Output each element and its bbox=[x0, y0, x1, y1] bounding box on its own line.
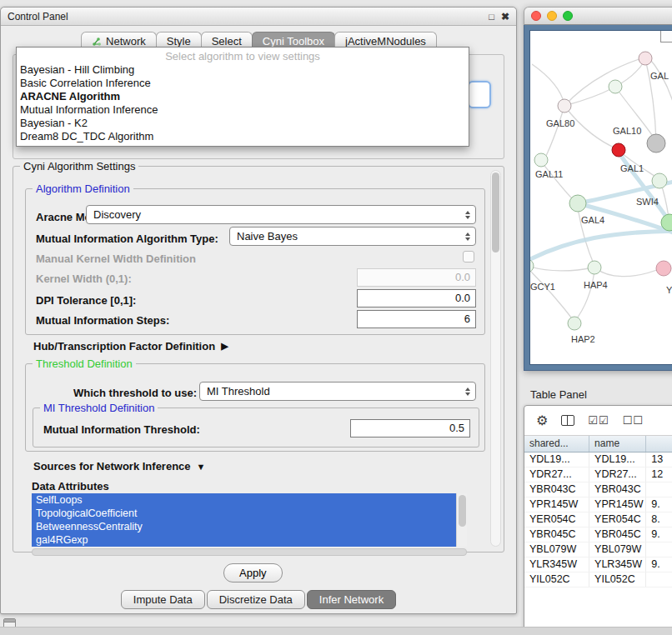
column-header-name[interactable]: name bbox=[589, 436, 646, 452]
cell-shared-name[interactable]: YBR045C bbox=[524, 528, 589, 542]
cell-shared-name[interactable]: YBL079W bbox=[524, 542, 589, 557]
gear-icon[interactable]: ⚙ bbox=[536, 412, 548, 428]
float-window-icon[interactable]: □ bbox=[489, 12, 494, 22]
algorithm-option-mutual-information[interactable]: Mutual Information Inference bbox=[17, 103, 469, 117]
cell-name[interactable]: YDR27... bbox=[589, 468, 646, 482]
cell-value[interactable] bbox=[646, 572, 672, 587]
node-hap4[interactable] bbox=[588, 261, 601, 274]
network-view-window: GAL GAL80 GAL10 GAL11 GAL1 SWI4 GAL4 GCY… bbox=[524, 7, 672, 371]
network-tab-icon bbox=[92, 37, 102, 47]
table-row[interactable]: YDL19... YDL19... 13 bbox=[524, 452, 672, 468]
attributes-list-scrollbar-thumb[interactable] bbox=[459, 495, 466, 527]
node-gal1[interactable] bbox=[652, 173, 667, 188]
cell-shared-name[interactable]: YLR345W bbox=[524, 558, 589, 572]
cell-name[interactable]: YIL052C bbox=[589, 572, 646, 587]
table-row[interactable]: YLR345W YLR345W 9. bbox=[524, 558, 672, 572]
cell-shared-name[interactable]: YDL19... bbox=[524, 452, 589, 467]
cell-name[interactable]: YBL079W bbox=[589, 542, 646, 557]
table-row[interactable]: YBR043C YBR043C bbox=[524, 482, 672, 498]
cell-value[interactable]: 13 bbox=[646, 452, 672, 467]
algorithm-option-aracne[interactable]: ARACNE Algorithm bbox=[17, 90, 469, 103]
table-row[interactable]: YBL079W YBL079W bbox=[524, 542, 672, 558]
node-pink-top[interactable] bbox=[639, 52, 652, 65]
node-pink-right[interactable] bbox=[656, 261, 671, 276]
sources-toggle[interactable]: Sources for Network Inference ▼ bbox=[33, 460, 205, 472]
hub-definition-toggle[interactable]: Hub/Transcription Factor Definition ▶ bbox=[33, 340, 228, 352]
cell-shared-name[interactable]: YIL052C bbox=[524, 572, 589, 587]
cell-name[interactable]: YER054C bbox=[589, 512, 646, 527]
algorithm-popup-placeholder: Select algorithm to view settings bbox=[17, 49, 469, 63]
node-green-top[interactable] bbox=[609, 80, 622, 93]
cell-shared-name[interactable]: YBR043C bbox=[524, 482, 589, 497]
cell-shared-name[interactable]: YER054C bbox=[524, 512, 589, 527]
settings-scrollbar[interactable] bbox=[490, 170, 501, 547]
node-gal80[interactable] bbox=[558, 99, 571, 112]
cell-value[interactable] bbox=[646, 542, 672, 557]
close-window-icon[interactable]: ✖ bbox=[501, 11, 509, 22]
algorithm-option-dream8[interactable]: Dream8 DC_TDC Algorithm bbox=[17, 130, 469, 143]
mi-type-combo[interactable]: Naive Bayes bbox=[229, 227, 476, 246]
algorithm-option-bayesian-hill[interactable]: Bayesian - Hill Climbing bbox=[17, 63, 469, 77]
list-item-gal4rgexp[interactable]: gal4RGexp bbox=[32, 533, 456, 547]
aracne-mode-combo[interactable]: Discovery bbox=[86, 205, 476, 224]
minimize-button[interactable] bbox=[547, 11, 557, 21]
column-header-shared-name[interactable]: shared... bbox=[524, 436, 589, 452]
table-row[interactable]: YER054C YER054C 8. bbox=[524, 512, 672, 528]
cell-name[interactable]: YBR045C bbox=[589, 528, 646, 542]
algorithm-option-bayesian-k2[interactable]: Bayesian - K2 bbox=[17, 117, 469, 130]
algorithm-select-combo-fragment[interactable] bbox=[468, 81, 491, 108]
column-header-clipped[interactable] bbox=[646, 436, 672, 452]
cell-value[interactable] bbox=[646, 482, 672, 497]
tab-impute-data[interactable]: Impute Data bbox=[121, 590, 205, 609]
canvas-corner-widget[interactable] bbox=[660, 30, 672, 42]
dpi-tolerance-label: DPI Tolerance [0,1]: bbox=[36, 294, 136, 307]
mi-threshold-field[interactable]: 0.5 bbox=[350, 419, 470, 438]
cell-name[interactable]: YDL19... bbox=[589, 452, 646, 467]
deselect-all-icon[interactable]: ☐☐ bbox=[623, 414, 644, 427]
chevron-right-icon: ▶ bbox=[221, 341, 228, 352]
cell-name[interactable]: YLR345W bbox=[589, 558, 646, 572]
cell-shared-name[interactable]: YPR145W bbox=[524, 498, 589, 512]
cell-name[interactable]: YBR043C bbox=[589, 482, 646, 497]
bottom-strip bbox=[0, 627, 672, 635]
network-window-titlebar[interactable] bbox=[524, 7, 672, 25]
settings-scrollbar-thumb[interactable] bbox=[492, 172, 499, 252]
list-item-topologicalcoefficient[interactable]: TopologicalCoefficient bbox=[32, 507, 456, 520]
table-row[interactable]: YDR27... YDR27... 12 bbox=[524, 468, 672, 482]
node-gcy1[interactable] bbox=[530, 259, 534, 272]
table-row[interactable]: YPR145W YPR145W 9. bbox=[524, 498, 672, 512]
network-canvas[interactable]: GAL GAL80 GAL10 GAL11 GAL1 SWI4 GAL4 GCY… bbox=[529, 30, 672, 365]
tab-discretize-data[interactable]: Discretize Data bbox=[207, 590, 305, 609]
select-all-icon[interactable]: ☑☑ bbox=[588, 414, 609, 427]
algorithm-option-basic-correlation[interactable]: Basic Correlation Inference bbox=[17, 77, 469, 90]
columns-icon[interactable] bbox=[561, 415, 574, 426]
mi-steps-field[interactable]: 6 bbox=[357, 310, 476, 328]
attributes-list-scrollbar[interactable] bbox=[456, 493, 467, 547]
apply-button[interactable]: Apply bbox=[223, 563, 283, 582]
cell-shared-name[interactable]: YDR27... bbox=[524, 468, 589, 482]
attributes-list-hscrollbar[interactable] bbox=[32, 548, 467, 556]
node-gal4[interactable] bbox=[569, 195, 586, 212]
node-highlight-red[interactable] bbox=[612, 143, 625, 157]
dpi-tolerance-field[interactable]: 0.0 bbox=[357, 289, 476, 308]
cell-value[interactable]: 9. bbox=[646, 558, 672, 572]
node-hub-gray[interactable] bbox=[647, 134, 665, 152]
close-button[interactable] bbox=[531, 11, 541, 21]
tab-infer-network[interactable]: Infer Network bbox=[307, 590, 396, 609]
cell-value[interactable]: 8. bbox=[646, 512, 672, 527]
node-label: GAL4 bbox=[581, 215, 604, 225]
cell-name[interactable]: YPR145W bbox=[589, 498, 646, 512]
tab-jactivemnodules-label: jActiveMNodules bbox=[345, 35, 426, 48]
which-threshold-combo[interactable]: MI Threshold bbox=[199, 382, 476, 401]
list-item-betweennesscentrality[interactable]: BetweennessCentrality bbox=[32, 520, 456, 533]
node-label: SWI4 bbox=[636, 197, 659, 207]
cell-value[interactable]: 9. bbox=[646, 528, 672, 542]
list-item-selfloops[interactable]: SelfLoops bbox=[32, 493, 456, 507]
zoom-button[interactable] bbox=[563, 11, 573, 21]
table-row[interactable]: YBR045C YBR045C 9. bbox=[524, 528, 672, 542]
cell-value[interactable]: 12 bbox=[646, 468, 672, 482]
cell-value[interactable]: 9. bbox=[646, 498, 672, 512]
table-row[interactable]: YIL052C YIL052C bbox=[524, 572, 672, 588]
node-hap2[interactable] bbox=[568, 317, 581, 330]
node-gal11[interactable] bbox=[534, 153, 548, 167]
